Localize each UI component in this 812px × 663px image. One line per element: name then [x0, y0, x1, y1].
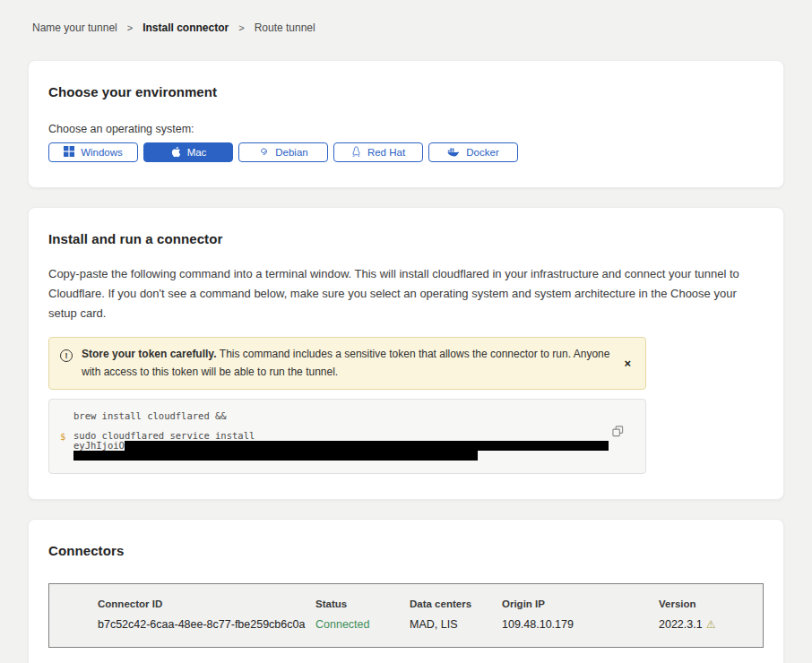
column-header-status: Status	[315, 598, 410, 609]
token-warning-callout: ! Store your token carefully. This comma…	[48, 337, 646, 389]
token-prefix: eyJhIjoiO	[73, 441, 125, 451]
token-warning-text: Store your token carefully. This command…	[82, 346, 611, 380]
version-warning-icon: ⚠	[706, 618, 716, 631]
os-button-label: Windows	[81, 147, 123, 158]
os-button-debian[interactable]: Debian	[238, 142, 328, 162]
token-redaction-bar	[73, 451, 478, 461]
breadcrumb-step-route-tunnel[interactable]: Route tunnel	[255, 22, 315, 34]
connector-id-value: b7c52c42-6caa-48ee-8c77-fbe259cb6c0a	[98, 618, 315, 631]
token-line-2	[73, 451, 609, 461]
os-button-group: Windows Mac Debian Red Hat	[48, 142, 764, 162]
column-header-connector-id: Connector ID	[98, 598, 315, 609]
token-line-1: eyJhIjoiO	[73, 441, 609, 451]
os-button-label: Debian	[275, 147, 307, 158]
windows-icon	[64, 146, 74, 159]
apple-icon	[170, 146, 181, 159]
os-button-redhat[interactable]: Red Hat	[333, 142, 423, 162]
connector-status-value: Connected	[315, 618, 410, 631]
os-select-label: Choose an operating system:	[48, 123, 764, 135]
os-button-label: Mac	[187, 147, 207, 158]
column-header-origin-ip: Origin IP	[502, 598, 659, 609]
breadcrumb-separator: >	[238, 22, 244, 33]
environment-card: Choose your environment Choose an operat…	[28, 60, 784, 188]
install-card-title: Install and run a connector	[48, 231, 764, 246]
token-redaction-bar	[125, 441, 609, 451]
breadcrumb-step-name-your-tunnel[interactable]: Name your tunnel	[32, 22, 117, 34]
connector-version-value: 2022.3.1⚠	[659, 618, 745, 631]
command-line-1: brew install cloudflared &&	[73, 411, 609, 421]
debian-icon	[258, 146, 269, 159]
column-header-data-centers: Data centers	[410, 598, 502, 609]
column-header-version: Version	[659, 598, 745, 609]
connector-origin-ip-value: 109.48.10.179	[502, 618, 659, 631]
copy-icon[interactable]	[612, 426, 624, 440]
connectors-card-title: Connectors	[48, 543, 764, 558]
os-button-label: Red Hat	[367, 147, 405, 158]
install-command-codeblock[interactable]: brew install cloudflared && $ sudo cloud…	[48, 399, 646, 474]
breadcrumb-step-install-connector[interactable]: Install connector	[143, 22, 229, 34]
os-button-label: Docker	[466, 147, 498, 158]
alert-circle-icon: !	[60, 349, 73, 362]
os-button-docker[interactable]: Docker	[428, 142, 518, 162]
install-connector-card: Install and run a connector Copy-paste t…	[28, 207, 784, 500]
shell-prompt: $	[60, 431, 65, 442]
breadcrumb: Name your tunnel > Install connector > R…	[0, 0, 812, 34]
token-warning-title: Store your token carefully.	[82, 348, 220, 360]
connector-data-centers-value: MAD, LIS	[410, 618, 502, 631]
docker-icon	[447, 147, 460, 159]
install-card-description: Copy-paste the following command into a …	[48, 264, 764, 323]
close-icon[interactable]: ×	[620, 357, 635, 370]
command-line-2: sudo cloudflared service install	[73, 430, 609, 441]
breadcrumb-separator: >	[127, 22, 133, 33]
connectors-table: Connector ID Status Data centers Origin …	[48, 583, 764, 648]
version-number: 2022.3.1	[659, 618, 703, 631]
os-button-windows[interactable]: Windows	[48, 142, 138, 162]
environment-card-title: Choose your environment	[48, 84, 764, 99]
redhat-icon	[351, 146, 361, 159]
connectors-card: Connectors Connector ID Status Data cent…	[28, 519, 784, 663]
os-button-mac[interactable]: Mac	[143, 142, 233, 162]
